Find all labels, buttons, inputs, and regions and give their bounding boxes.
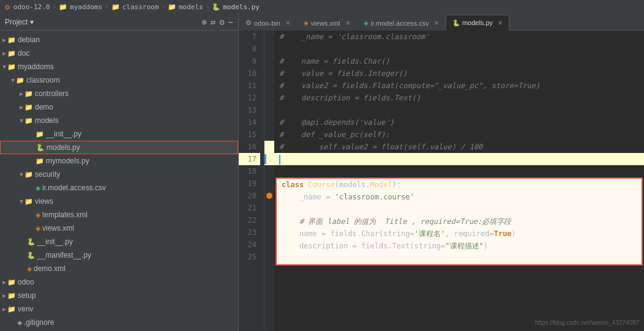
breadcrumb-1: myaddoms bbox=[70, 3, 102, 11]
tab-close-odoo-bin[interactable]: ✕ bbox=[285, 20, 290, 26]
class-block: class Course(models.Model): _name = 'cla… bbox=[275, 177, 643, 266]
tab-ir-model-access[interactable]: ◈ ir.model.access.csv ✕ bbox=[357, 15, 446, 31]
gutter bbox=[264, 31, 274, 331]
sidebar-label-myaddoms: myaddoms bbox=[18, 62, 54, 71]
sidebar-gear-icon[interactable]: ⚙ bbox=[219, 17, 224, 27]
code-line-25 bbox=[277, 252, 642, 264]
code-line-16: # self.value2 = float(self.value) / 100 bbox=[274, 141, 644, 153]
collapse-icon-debian bbox=[2, 35, 7, 44]
code-paren-open: ( bbox=[335, 179, 339, 191]
code-models: models bbox=[339, 179, 365, 191]
ln-17: 17 bbox=[239, 153, 260, 165]
sidebar-label-odoo: odoo bbox=[18, 278, 34, 286]
sidebar-label-classroom: classroom bbox=[26, 76, 60, 84]
sidebar-item-init-py-2[interactable]: 🐍 __init__.py bbox=[0, 235, 238, 248]
sidebar-item-demo[interactable]: 📁 demo bbox=[0, 100, 238, 114]
gutter-7 bbox=[264, 31, 274, 43]
sidebar-label-controllers: controllers bbox=[35, 89, 69, 98]
code-text-10: # value = fields.Integer() bbox=[279, 67, 408, 80]
app-icon: ⚙ bbox=[5, 2, 10, 12]
collapse-icon-setup bbox=[2, 291, 7, 300]
sidebar-item-gitignore[interactable]: ◈ .gitignore bbox=[0, 316, 238, 329]
tab-models-py[interactable]: 🐍 models.py ✕ bbox=[446, 15, 509, 31]
sidebar-label-venv: venv bbox=[18, 305, 33, 313]
sidebar-settings-icon[interactable]: ⊕ bbox=[201, 17, 206, 27]
sidebar-label-gitignore: .gitignore bbox=[24, 318, 54, 327]
code-string-desc: "课程描述" bbox=[445, 240, 483, 252]
app-name: odoo-12.0 bbox=[13, 3, 50, 11]
sidebar-minimize-icon[interactable]: − bbox=[228, 17, 233, 27]
tab-icon-views-xml: ◈ bbox=[304, 20, 309, 26]
code-close-24: ) bbox=[484, 240, 488, 252]
sidebar-item-demo-xml[interactable]: ◈ demo.xml bbox=[0, 262, 238, 275]
gutter-21 bbox=[264, 202, 274, 214]
sidebar-item-myaddoms[interactable]: 📁 myaddoms bbox=[0, 60, 238, 73]
code-text-11: # value2 = fields.Float(compute="_value_… bbox=[279, 80, 540, 92]
sidebar-item-models-py[interactable]: 🐍 models.py bbox=[0, 141, 238, 154]
gutter-11 bbox=[264, 80, 274, 92]
sidebar-item-templates-xml[interactable]: ◈ templates.xml bbox=[0, 208, 238, 221]
line-numbers: 7 8 9 10 11 12 13 14 15 16 17 18 19 20 2… bbox=[239, 31, 264, 331]
collapse-icon-models bbox=[20, 116, 24, 125]
gutter-10 bbox=[264, 67, 274, 80]
collapse-icon-demo bbox=[20, 103, 24, 111]
code-kw-class: class bbox=[282, 179, 308, 191]
code-text-14: # @api.depends('value') bbox=[279, 116, 394, 128]
ln-12: 12 bbox=[239, 92, 260, 104]
sidebar-item-setup[interactable]: 📁 setup bbox=[0, 289, 238, 302]
sidebar-label-demo: demo bbox=[35, 103, 53, 111]
sidebar-item-ir-model-access[interactable]: ◈ ir.model.access.csv bbox=[0, 181, 238, 195]
breadcrumb-3: models bbox=[179, 3, 203, 11]
tab-close-models-py[interactable]: ✕ bbox=[498, 20, 503, 26]
bc-file-icon: 🐍 bbox=[212, 3, 220, 11]
gutter-13 bbox=[264, 104, 274, 116]
sidebar-item-venv[interactable]: 📁 venv bbox=[0, 302, 238, 316]
sidebar-item-classroom[interactable]: 📁 classroom bbox=[0, 73, 238, 87]
sidebar-label-doc: doc bbox=[18, 49, 29, 58]
sidebar-label-models: models bbox=[35, 116, 59, 125]
sidebar-label-setup: setup bbox=[18, 291, 36, 300]
bc-folder-icon-2: 📁 bbox=[111, 3, 120, 11]
sidebar-item-mymodels-py[interactable]: 📁 mymodels.py bbox=[0, 154, 238, 168]
sidebar-item-models[interactable]: 📁 models bbox=[0, 114, 238, 127]
collapse-icon-venv bbox=[2, 305, 7, 313]
bc-folder-icon-1: 📁 bbox=[59, 3, 67, 11]
collapse-icon-doc bbox=[2, 49, 7, 58]
code-content[interactable]: # _name = 'classroom.classroom' # name =… bbox=[274, 31, 644, 331]
ln-13: 13 bbox=[239, 104, 260, 116]
code-text-12: # description = fields.Text() bbox=[279, 92, 421, 104]
tab-odoo-bin[interactable]: ⚙ odoo-bin ✕ bbox=[239, 15, 297, 31]
ln-18: 18 bbox=[239, 165, 260, 177]
breadcrumb-sep-2: › bbox=[105, 3, 109, 11]
code-line-7: # _name = 'classroom.classroom' bbox=[274, 31, 644, 43]
code-text-15: # def _value_pc(self): bbox=[279, 128, 390, 141]
sidebar-label-debian: debian bbox=[18, 35, 40, 44]
sidebar-item-manifest-py[interactable]: 🐍 __manifest__.py bbox=[0, 248, 238, 262]
sidebar-item-init-py[interactable]: 📁 __init__.py bbox=[0, 127, 238, 141]
tab-close-views-xml[interactable]: ✕ bbox=[345, 20, 350, 26]
tab-close-ir-model[interactable]: ✕ bbox=[434, 20, 439, 26]
sidebar-item-doc[interactable]: 📁 doc bbox=[0, 46, 238, 60]
sidebar-item-views-xml[interactable]: ◈ views.xml bbox=[0, 221, 238, 235]
gutter-14 bbox=[264, 116, 274, 128]
code-dot: . bbox=[365, 179, 370, 191]
breadcrumb-4: models.py bbox=[223, 3, 260, 11]
code-editor[interactable]: 7 8 9 10 11 12 13 14 15 16 17 18 19 20 2… bbox=[239, 31, 644, 331]
collapse-icon-views bbox=[20, 197, 24, 206]
gutter-17 bbox=[264, 153, 274, 165]
code-line-8 bbox=[274, 43, 644, 55]
tab-views-xml[interactable]: ◈ views.xml ✕ bbox=[297, 15, 357, 31]
sidebar-layout-icon[interactable]: ⇄ bbox=[211, 17, 215, 27]
sidebar-item-debian[interactable]: 📁 debian bbox=[0, 33, 238, 46]
sidebar-item-security[interactable]: 📁 security bbox=[0, 168, 238, 181]
sidebar-item-odoo[interactable]: 📁 odoo bbox=[0, 275, 238, 289]
code-line-14: # @api.depends('value') bbox=[274, 116, 644, 128]
ln-22: 22 bbox=[239, 214, 260, 226]
bc-folder-icon-3: 📁 bbox=[168, 3, 176, 11]
sidebar-item-controllers[interactable]: 📁 controllers bbox=[0, 87, 238, 100]
sidebar-item-views[interactable]: 📁 views bbox=[0, 195, 238, 208]
ln-23: 23 bbox=[239, 226, 260, 239]
breadcrumb-sep-1: › bbox=[52, 3, 56, 11]
editor-area: ⚙ odoo-bin ✕ ◈ views.xml ✕ ◈ ir.model.ac… bbox=[239, 13, 644, 331]
ln-10: 10 bbox=[239, 67, 260, 80]
